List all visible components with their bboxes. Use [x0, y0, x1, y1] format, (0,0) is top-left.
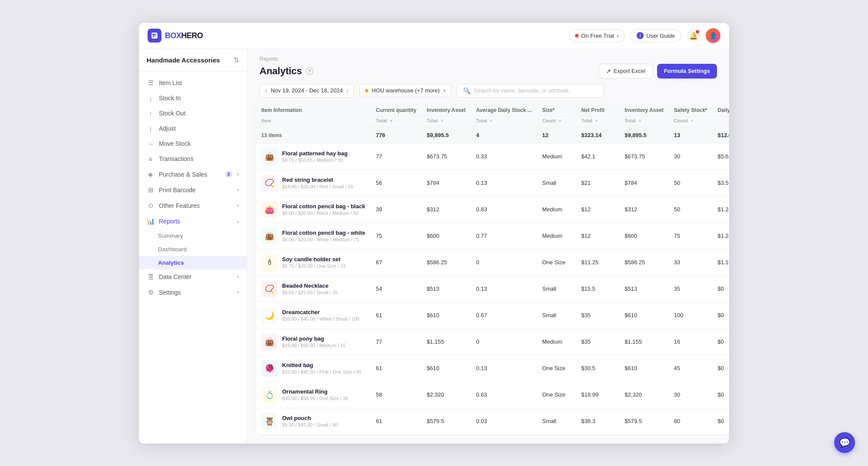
totals-size: 12 — [537, 127, 576, 144]
row-inv2: $610 — [619, 302, 669, 329]
svg-rect-3 — [153, 36, 155, 37]
item-thumbnail: 👛 — [261, 201, 278, 218]
search-bar[interactable]: 🔍 — [457, 84, 604, 98]
totals-inv2: $9,895.5 — [619, 127, 669, 144]
subheader-total-net[interactable]: Total ▾ — [576, 116, 619, 127]
row-safety: 75 — [669, 223, 713, 249]
user-guide-button[interactable]: i User Guide — [630, 29, 681, 42]
row-daily: $0 — [713, 355, 729, 382]
subheader-total-avg[interactable]: Total ▾ — [471, 116, 537, 127]
row-inv2: $600 — [619, 223, 669, 249]
svg-rect-1 — [153, 34, 155, 36]
help-icon[interactable]: ? — [306, 67, 313, 75]
subheader-total-inv[interactable]: Total ▾ — [421, 116, 471, 127]
row-net-profit: $18.99 — [576, 382, 619, 408]
row-daily: $1.13 — [713, 249, 729, 276]
item-sub: $15.00 / $50.00 / Medium / 16 — [282, 343, 345, 348]
item-name: Floral cotton pencil bag - black — [282, 203, 365, 210]
sidebar-item-data-center[interactable]: 🗄 Data Center ▾ — [139, 269, 247, 285]
table-wrap[interactable]: Item Information Current quantity Invent… — [247, 103, 729, 443]
row-net-profit: $15.5 — [576, 276, 619, 302]
workspace-header[interactable]: Handmade Accessories ⇅ — [139, 49, 247, 72]
warehouse-picker[interactable]: HOU warehouse (+7 more) ▾ — [359, 84, 451, 97]
sidebar-item-other-features[interactable]: ⊙ Other Features ▾ — [139, 198, 247, 213]
print-barcode-icon: ⊞ — [147, 186, 155, 194]
row-avg-daily: 0.33 — [471, 144, 537, 170]
item-thumbnail: 📿 — [261, 175, 278, 191]
trial-button[interactable]: On Free Trial › — [569, 30, 625, 42]
avatar[interactable]: 👤 — [706, 28, 720, 43]
notifications-button[interactable]: 🔔 — [687, 29, 700, 43]
purchase-sales-arrow: ▾ — [237, 171, 239, 177]
item-thumbnail: 👜 — [261, 228, 278, 244]
row-inv: $600 — [421, 223, 471, 249]
col-header-item: Item Information — [256, 103, 371, 116]
row-item-cell: 🌙 Dreamcatcher $10.00 / $45.00 / White /… — [256, 302, 371, 329]
data-center-arrow: ▾ — [237, 274, 239, 280]
sidebar-item-transactions[interactable]: ≡ Transactions — [139, 151, 247, 167]
sidebar-label-data-center: Data Center — [159, 273, 232, 280]
row-safety: 50 — [669, 197, 713, 223]
sidebar-item-stock-out[interactable]: ↑ Stock Out — [139, 106, 247, 121]
formula-settings-button[interactable]: Formula Settings — [657, 64, 717, 79]
sidebar-item-print-barcode[interactable]: ⊞ Print Barcode ▾ — [139, 182, 247, 198]
item-sub: $14.00 / $35.00 / Red / Small / 50 — [282, 184, 353, 189]
subheader-count-size[interactable]: Count ▾ — [537, 116, 576, 127]
print-barcode-arrow: ▾ — [237, 187, 239, 193]
content-header: Reports Analytics ? ↗ Export Excel Formu… — [247, 49, 729, 84]
sidebar-label-transactions: Transactions — [159, 155, 239, 162]
row-qty: 61 — [371, 302, 421, 329]
sidebar-label-move-stock: Move Stock — [159, 140, 239, 147]
col-header-inv-asset: Inventory Asset — [421, 103, 471, 116]
item-thumbnail: 🌙 — [261, 307, 278, 324]
row-safety: 35 — [669, 276, 713, 302]
page-title: Analytics ? — [260, 66, 313, 77]
trial-dot — [575, 34, 579, 37]
sidebar-sub-dashboard[interactable]: Dashboard — [139, 243, 247, 256]
item-sub: $40.00 / $58.99 / One Size / 30 — [282, 396, 348, 401]
sidebar-item-settings[interactable]: ⚙ Settings ▾ — [139, 285, 247, 300]
export-excel-button[interactable]: ↗ Export Excel — [598, 64, 653, 79]
row-item-cell: 🕯 Soy candle holder set $8.75 / $20.00 /… — [256, 249, 371, 276]
row-item-cell: 👛 Floral cotton pencil bag - black $8.00… — [256, 197, 371, 223]
row-inv: $586.25 — [421, 249, 471, 276]
breadcrumb: Reports — [260, 56, 717, 62]
row-avg-daily: 0.03 — [471, 408, 537, 435]
item-sub: $8.00 / $20.00 / Black / Medium / 50 — [282, 210, 365, 216]
row-item-cell: 🦉 Owl pouch $9.50 / $45.80 / Small / 80 — [256, 408, 371, 435]
sidebar-sub-analytics[interactable]: Analytics — [139, 256, 247, 269]
date-prev-button[interactable]: ‹ — [265, 87, 267, 94]
sidebar-item-move-stock[interactable]: → Move Stock — [139, 136, 247, 151]
item-thumbnail: 🦉 — [261, 413, 278, 430]
item-thumbnail: 👜 — [261, 334, 278, 350]
sidebar-item-reports[interactable]: 📊 Reports ▴ — [139, 213, 247, 229]
toolbar: ‹ Nov 19, 2024 - Dec 18, 2024 › HOU ware… — [247, 84, 729, 103]
totals-avg: 4 — [471, 127, 537, 144]
item-thumbnail: 📿 — [261, 281, 278, 297]
logo[interactable]: BOXHERO — [148, 29, 203, 43]
chat-fab[interactable]: 💬 — [834, 432, 855, 453]
move-stock-icon: → — [147, 140, 155, 148]
row-size: Small — [537, 408, 576, 435]
trial-arrow: › — [617, 33, 618, 39]
date-picker[interactable]: ‹ Nov 19, 2024 - Dec 18, 2024 › — [260, 84, 354, 98]
row-safety: 33 — [669, 249, 713, 276]
warehouse-chevron: ▾ — [443, 88, 446, 94]
sidebar-item-stock-in[interactable]: ↓ Stock In — [139, 91, 247, 106]
row-inv2: $513 — [619, 276, 669, 302]
date-next-button[interactable]: › — [346, 87, 349, 94]
sidebar-item-adjust[interactable]: ↕ Adjust — [139, 121, 247, 136]
sidebar-item-purchase-sales[interactable]: ◈ Purchase & Sales β ▾ — [139, 167, 247, 182]
sidebar-item-item-list[interactable]: ☰ Item List — [139, 75, 247, 91]
row-safety: 80 — [669, 408, 713, 435]
search-input[interactable] — [474, 87, 598, 94]
subheader-count-safety[interactable]: Count ▾ — [669, 116, 713, 127]
row-inv: $610 — [421, 302, 471, 329]
row-inv: $2,320 — [421, 382, 471, 408]
subheader-total-qty[interactable]: Total ▾ — [371, 116, 421, 127]
row-inv2: $1,155 — [619, 329, 669, 355]
subheader-total-inv2[interactable]: Total ▾ — [619, 116, 669, 127]
settings-arrow: ▾ — [237, 289, 239, 295]
sidebar-sub-summary[interactable]: Summary — [139, 229, 247, 243]
row-item-cell: 👜 Floral patterned hay bag $8.75 / $50.8… — [256, 144, 371, 170]
